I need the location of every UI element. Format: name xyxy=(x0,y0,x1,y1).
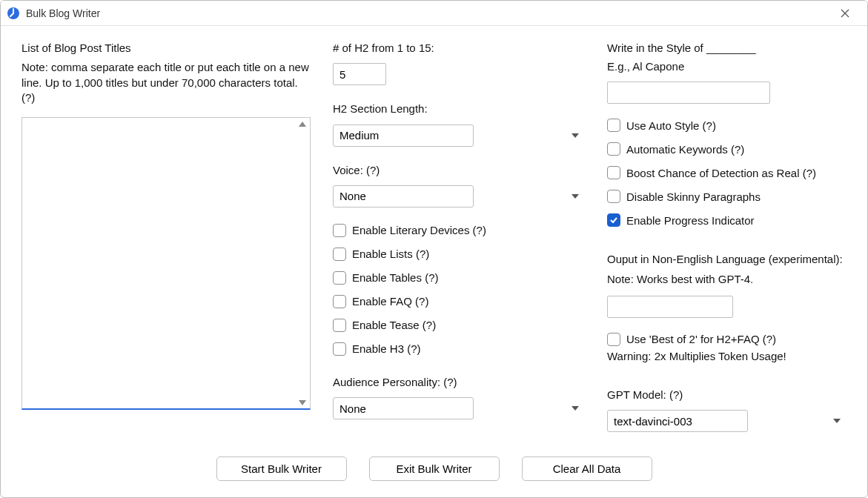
h2-length-select[interactable]: Medium xyxy=(333,124,474,147)
titlebar: Bulk Blog Writer xyxy=(1,1,867,26)
enable-faq-checkbox[interactable] xyxy=(333,295,346,308)
enable-progress-label: Enable Progress Indicator xyxy=(626,214,755,227)
enable-tease-checkbox[interactable] xyxy=(333,319,346,332)
audience-label: Audience Personality: (?) xyxy=(333,375,585,390)
app-icon xyxy=(7,7,20,20)
enable-faq-label: Enable FAQ (?) xyxy=(352,295,428,308)
client-area: List of Blog Post Titles Note: comma sep… xyxy=(1,26,867,497)
enable-literary-checkbox[interactable] xyxy=(333,224,346,237)
style-label: Write in the Style of ________ xyxy=(607,41,847,56)
model-select[interactable]: text-davinci-003 xyxy=(607,410,748,432)
auto-keywords-checkbox[interactable] xyxy=(607,142,620,156)
audience-select[interactable]: None xyxy=(333,397,474,419)
language-input[interactable] xyxy=(607,296,733,318)
language-label-2: Note: Works best with GPT-4. xyxy=(607,272,847,287)
style-input[interactable] xyxy=(607,82,770,104)
bestof2-warning: Warning: 2x Multiplies Token Usage! xyxy=(607,349,847,364)
boost-detection-label: Boost Chance of Detection as Real (?) xyxy=(626,167,816,179)
model-label: GPT Model: (?) xyxy=(607,388,847,402)
enable-h3-label: Enable H3 (?) xyxy=(352,342,421,355)
enable-tease-label: Enable Tease (?) xyxy=(352,319,436,331)
auto-style-checkbox[interactable] xyxy=(607,119,620,132)
clear-button[interactable]: Clear All Data xyxy=(522,456,652,481)
enable-lists-label: Enable Lists (?) xyxy=(352,248,429,260)
h2-count-input[interactable] xyxy=(333,63,386,85)
language-label-1: Ouput in Non-English Language (experimen… xyxy=(607,252,847,267)
disable-skinny-label: Disable Skinny Paragraphs xyxy=(626,190,761,203)
enable-tables-label: Enable Tables (?) xyxy=(352,271,438,284)
style-hint: E.g., Al Capone xyxy=(607,60,847,73)
h2-count-label: # of H2 from 1 to 15: xyxy=(333,41,585,56)
exit-button[interactable]: Exit Bulk Writer xyxy=(369,456,500,481)
enable-lists-checkbox[interactable] xyxy=(333,248,346,261)
voice-select[interactable]: None xyxy=(333,185,474,208)
voice-label: Voice: (?) xyxy=(333,163,585,178)
button-bar: Start Bulk Writer Exit Bulk Writer Clear… xyxy=(21,448,847,487)
enable-literary-label: Enable Literary Devices (?) xyxy=(352,224,486,236)
start-button[interactable]: Start Bulk Writer xyxy=(216,456,347,481)
disable-skinny-checkbox[interactable] xyxy=(607,190,620,203)
close-button[interactable] xyxy=(830,3,860,24)
col-right: Write in the Style of ________ E.g., Al … xyxy=(607,41,847,448)
titles-heading: List of Blog Post Titles xyxy=(21,41,311,56)
window: Bulk Blog Writer List of Blog Post Title… xyxy=(0,0,868,498)
col-left: List of Blog Post Titles Note: comma sep… xyxy=(21,41,311,448)
auto-keywords-label: Automatic Keywords (?) xyxy=(626,143,744,156)
enable-tables-checkbox[interactable] xyxy=(333,271,346,285)
enable-progress-checkbox[interactable] xyxy=(607,213,620,227)
auto-style-label: Use Auto Style (?) xyxy=(626,119,716,132)
titles-textarea[interactable] xyxy=(21,117,311,410)
titles-note: Note: comma separate each title or put e… xyxy=(21,60,311,105)
bestof2-checkbox[interactable] xyxy=(607,333,620,346)
col-middle: # of H2 from 1 to 15: H2 Section Length:… xyxy=(333,41,585,448)
titles-box xyxy=(21,117,311,410)
h2-length-label: H2 Section Length: xyxy=(333,102,585,116)
boost-detection-checkbox[interactable] xyxy=(607,166,620,179)
window-title: Bulk Blog Writer xyxy=(26,7,100,19)
enable-h3-checkbox[interactable] xyxy=(333,342,346,356)
bestof2-label: Use 'Best of 2' for H2+FAQ (?) xyxy=(626,333,776,345)
